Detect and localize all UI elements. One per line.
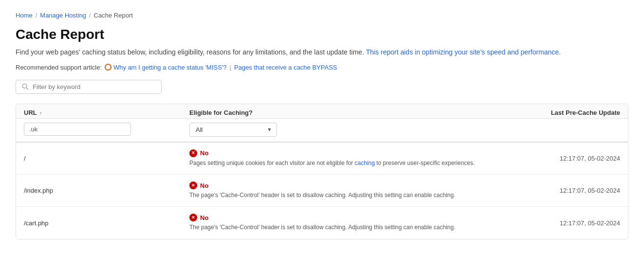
col-last-update-header: Last Pre-Cache Update — [521, 104, 628, 118]
eligibility-reason: The page's 'Cache-Control' header is set… — [189, 191, 513, 200]
breadcrumb-sep2: / — [89, 12, 91, 19]
table-row: / No Pages setting unique cookies for ea… — [16, 143, 628, 175]
description-text1: Find your web pages' caching status belo… — [16, 48, 364, 56]
breadcrumb: Home / Manage Hosting / Cache Report — [16, 12, 628, 19]
sort-indicator: ↑ — [38, 110, 42, 116]
col-url-header: URL ↑ — [16, 104, 182, 118]
search-input-wrap — [16, 80, 162, 94]
col-eligible-header: Eligible for Caching? — [182, 104, 521, 118]
search-icon — [22, 83, 29, 90]
search-container — [16, 80, 628, 94]
support-article-line: Recommended support article: Why am I ge… — [16, 64, 628, 71]
last-update-cell: 12:17:07, 05-02-2024 — [521, 175, 628, 206]
description-highlight: This report aids in optimizing your site… — [366, 48, 561, 56]
filter-row: All Yes No ▼ — [16, 119, 628, 143]
error-circle-icon — [189, 214, 197, 221]
url-filter-cell — [16, 119, 182, 142]
circle-icon — [105, 64, 111, 71]
table-container: URL ↑ Eligible for Caching? Last Pre-Cac… — [16, 104, 628, 239]
url-filter-input[interactable] — [24, 123, 131, 136]
page-description: Find your web pages' caching status belo… — [16, 47, 628, 58]
eligible-cell: No The page's 'Cache-Control' header is … — [182, 175, 521, 206]
no-badge: No — [189, 149, 513, 157]
eligible-value: No — [200, 214, 208, 221]
breadcrumb-home[interactable]: Home — [16, 12, 33, 19]
no-badge: No — [189, 182, 513, 189]
support-link1[interactable]: Why am I getting a cache status 'MISS'? — [105, 64, 227, 71]
table-row: /index.php No The page's 'Cache-Control'… — [16, 175, 628, 207]
support-label: Recommended support article: — [16, 64, 102, 71]
eligible-value: No — [200, 182, 208, 189]
page-title: Cache Report — [16, 27, 628, 42]
error-circle-icon — [189, 149, 197, 157]
support-link2-label: Pages that receive a cache BYPASS — [234, 64, 337, 71]
breadcrumb-sep1: / — [36, 12, 37, 19]
link-divider: | — [230, 64, 231, 71]
eligibility-reason: The page's 'Cache-Control' header is set… — [189, 223, 513, 232]
eligible-cell: No The page's 'Cache-Control' header is … — [182, 207, 521, 238]
support-link1-label: Why am I getting a cache status 'MISS'? — [113, 64, 227, 71]
eligible-value: No — [200, 149, 208, 157]
last-update-cell: 12:17:07, 05-02-2024 — [521, 207, 628, 238]
svg-line-1 — [26, 88, 28, 90]
last-update-cell: 12:17:07, 05-02-2024 — [521, 143, 628, 174]
error-circle-icon — [189, 182, 197, 189]
eligible-cell: No Pages setting unique cookies for each… — [182, 143, 521, 174]
last-update-filter-cell — [521, 119, 628, 142]
table-row: /cart.php No The page's 'Cache-Control' … — [16, 207, 628, 238]
url-cell: /cart.php — [16, 207, 182, 238]
no-badge: No — [189, 214, 513, 221]
breadcrumb-current: Cache Report — [94, 12, 133, 19]
eligible-filter-select[interactable]: All Yes No — [189, 123, 277, 137]
breadcrumb-manage-hosting[interactable]: Manage Hosting — [40, 12, 86, 19]
eligible-filter-cell: All Yes No ▼ — [182, 119, 521, 142]
eligible-select-wrap: All Yes No ▼ — [189, 123, 277, 137]
support-link2[interactable]: Pages that receive a cache BYPASS — [234, 64, 337, 71]
url-cell: / — [16, 143, 182, 174]
search-input[interactable] — [33, 83, 155, 91]
url-cell: /index.php — [16, 175, 182, 206]
eligibility-reason: Pages setting unique cookies for each vi… — [189, 159, 513, 167]
